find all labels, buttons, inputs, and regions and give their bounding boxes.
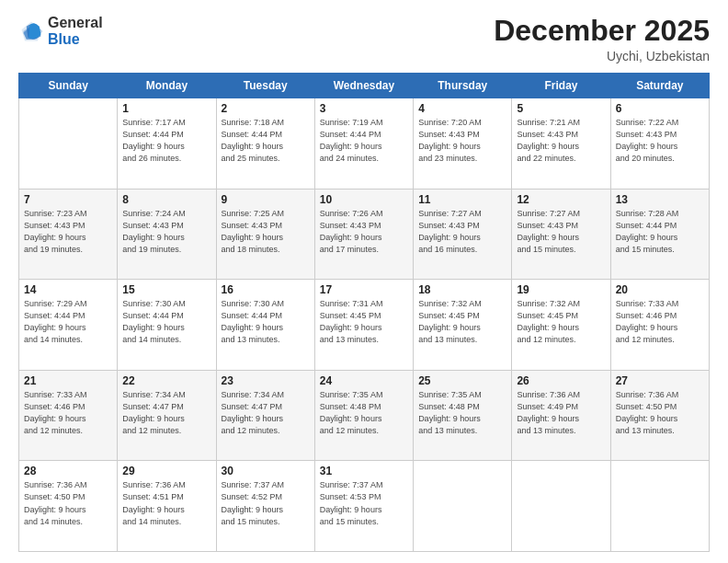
day-info: Sunrise: 7:34 AMSunset: 4:47 PMDaylight:… — [122, 389, 210, 437]
calendar-table: SundayMondayTuesdayWednesdayThursdayFrid… — [18, 73, 710, 552]
page-header: General Blue December 2025 Uychi, Uzbeki… — [18, 15, 710, 63]
day-number: 27 — [616, 374, 704, 387]
calendar-page: General Blue December 2025 Uychi, Uzbeki… — [0, 0, 728, 563]
day-number: 2 — [222, 102, 310, 115]
day-info: Sunrise: 7:18 AMSunset: 4:44 PMDaylight:… — [222, 117, 310, 165]
calendar-cell: 30Sunrise: 7:37 AMSunset: 4:52 PMDayligh… — [216, 461, 314, 552]
calendar-cell: 16Sunrise: 7:30 AMSunset: 4:44 PMDayligh… — [216, 280, 314, 371]
calendar-cell — [512, 461, 610, 552]
day-info: Sunrise: 7:21 AMSunset: 4:43 PMDaylight:… — [517, 117, 605, 165]
day-number: 8 — [122, 193, 210, 206]
calendar-cell: 2Sunrise: 7:18 AMSunset: 4:44 PMDaylight… — [216, 98, 314, 190]
day-number: 4 — [418, 102, 506, 115]
day-number: 3 — [320, 102, 408, 115]
day-info: Sunrise: 7:37 AMSunset: 4:52 PMDaylight:… — [222, 479, 310, 527]
calendar-week-row: 14Sunrise: 7:29 AMSunset: 4:44 PMDayligh… — [19, 280, 710, 371]
weekday-header-saturday: Saturday — [610, 74, 709, 98]
month-title: December 2025 — [494, 15, 710, 47]
calendar-cell: 13Sunrise: 7:28 AMSunset: 4:44 PMDayligh… — [610, 189, 709, 280]
calendar-cell — [414, 461, 512, 552]
weekday-header-thursday: Thursday — [414, 74, 512, 98]
day-info: Sunrise: 7:32 AMSunset: 4:45 PMDaylight:… — [517, 298, 605, 346]
day-info: Sunrise: 7:27 AMSunset: 4:43 PMDaylight:… — [418, 208, 506, 256]
day-info: Sunrise: 7:34 AMSunset: 4:47 PMDaylight:… — [222, 389, 310, 437]
calendar-cell: 5Sunrise: 7:21 AMSunset: 4:43 PMDaylight… — [512, 98, 610, 190]
calendar-cell: 9Sunrise: 7:25 AMSunset: 4:43 PMDaylight… — [216, 189, 314, 280]
calendar-cell — [610, 461, 709, 552]
day-info: Sunrise: 7:32 AMSunset: 4:45 PMDaylight:… — [418, 298, 506, 346]
day-number: 24 — [320, 374, 408, 387]
day-number: 13 — [616, 193, 704, 206]
day-number: 7 — [24, 193, 112, 206]
day-info: Sunrise: 7:36 AMSunset: 4:49 PMDaylight:… — [517, 389, 605, 437]
day-info: Sunrise: 7:36 AMSunset: 4:50 PMDaylight:… — [24, 479, 112, 527]
day-number: 30 — [222, 465, 310, 477]
day-number: 6 — [616, 102, 704, 115]
day-number: 12 — [517, 193, 605, 206]
day-number: 28 — [24, 465, 112, 477]
calendar-cell: 28Sunrise: 7:36 AMSunset: 4:50 PMDayligh… — [19, 461, 118, 552]
calendar-cell: 23Sunrise: 7:34 AMSunset: 4:47 PMDayligh… — [216, 370, 314, 461]
title-section: December 2025 Uychi, Uzbekistan — [494, 15, 710, 63]
calendar-cell: 6Sunrise: 7:22 AMSunset: 4:43 PMDaylight… — [610, 98, 709, 190]
day-info: Sunrise: 7:30 AMSunset: 4:44 PMDaylight:… — [222, 298, 310, 346]
calendar-cell: 14Sunrise: 7:29 AMSunset: 4:44 PMDayligh… — [19, 280, 118, 371]
calendar-cell: 21Sunrise: 7:33 AMSunset: 4:46 PMDayligh… — [19, 370, 118, 461]
calendar-week-row: 21Sunrise: 7:33 AMSunset: 4:46 PMDayligh… — [19, 370, 710, 461]
day-info: Sunrise: 7:24 AMSunset: 4:43 PMDaylight:… — [122, 208, 210, 256]
weekday-header-friday: Friday — [512, 74, 610, 98]
calendar-cell: 11Sunrise: 7:27 AMSunset: 4:43 PMDayligh… — [414, 189, 512, 280]
calendar-cell: 17Sunrise: 7:31 AMSunset: 4:45 PMDayligh… — [314, 280, 413, 371]
calendar-cell: 24Sunrise: 7:35 AMSunset: 4:48 PMDayligh… — [314, 370, 413, 461]
logo-general: General — [48, 15, 103, 31]
day-number: 18 — [418, 283, 506, 296]
day-info: Sunrise: 7:20 AMSunset: 4:43 PMDaylight:… — [418, 117, 506, 165]
day-info: Sunrise: 7:35 AMSunset: 4:48 PMDaylight:… — [320, 389, 408, 437]
day-number: 1 — [122, 102, 210, 115]
calendar-cell: 1Sunrise: 7:17 AMSunset: 4:44 PMDaylight… — [118, 98, 216, 190]
calendar-cell: 19Sunrise: 7:32 AMSunset: 4:45 PMDayligh… — [512, 280, 610, 371]
day-number: 29 — [122, 465, 210, 477]
day-info: Sunrise: 7:36 AMSunset: 4:51 PMDaylight:… — [122, 479, 210, 527]
day-number: 31 — [320, 465, 408, 477]
day-info: Sunrise: 7:36 AMSunset: 4:50 PMDaylight:… — [616, 389, 704, 437]
day-number: 17 — [320, 283, 408, 296]
calendar-cell: 25Sunrise: 7:35 AMSunset: 4:48 PMDayligh… — [414, 370, 512, 461]
day-info: Sunrise: 7:25 AMSunset: 4:43 PMDaylight:… — [222, 208, 310, 256]
calendar-cell: 22Sunrise: 7:34 AMSunset: 4:47 PMDayligh… — [118, 370, 216, 461]
calendar-cell: 31Sunrise: 7:37 AMSunset: 4:53 PMDayligh… — [314, 461, 413, 552]
day-info: Sunrise: 7:31 AMSunset: 4:45 PMDaylight:… — [320, 298, 408, 346]
day-number: 23 — [222, 374, 310, 387]
weekday-header-tuesday: Tuesday — [216, 74, 314, 98]
logo-text: General Blue — [48, 15, 103, 47]
day-number: 25 — [418, 374, 506, 387]
weekday-header-sunday: Sunday — [19, 74, 118, 98]
calendar-week-row: 1Sunrise: 7:17 AMSunset: 4:44 PMDaylight… — [19, 98, 710, 190]
day-number: 26 — [517, 374, 605, 387]
day-number: 9 — [222, 193, 310, 206]
day-number: 11 — [418, 193, 506, 206]
calendar-cell: 26Sunrise: 7:36 AMSunset: 4:49 PMDayligh… — [512, 370, 610, 461]
day-info: Sunrise: 7:33 AMSunset: 4:46 PMDaylight:… — [616, 298, 704, 346]
day-info: Sunrise: 7:29 AMSunset: 4:44 PMDaylight:… — [24, 298, 112, 346]
calendar-cell — [19, 98, 118, 190]
weekday-header-row: SundayMondayTuesdayWednesdayThursdayFrid… — [19, 74, 710, 98]
day-info: Sunrise: 7:22 AMSunset: 4:43 PMDaylight:… — [616, 117, 704, 165]
calendar-week-row: 7Sunrise: 7:23 AMSunset: 4:43 PMDaylight… — [19, 189, 710, 280]
day-number: 19 — [517, 283, 605, 296]
day-number: 14 — [24, 283, 112, 296]
calendar-cell: 4Sunrise: 7:20 AMSunset: 4:43 PMDaylight… — [414, 98, 512, 190]
day-info: Sunrise: 7:28 AMSunset: 4:44 PMDaylight:… — [616, 208, 704, 256]
weekday-header-wednesday: Wednesday — [314, 74, 413, 98]
calendar-cell: 15Sunrise: 7:30 AMSunset: 4:44 PMDayligh… — [118, 280, 216, 371]
logo-icon — [18, 18, 44, 44]
day-info: Sunrise: 7:30 AMSunset: 4:44 PMDaylight:… — [122, 298, 210, 346]
day-info: Sunrise: 7:33 AMSunset: 4:46 PMDaylight:… — [24, 389, 112, 437]
weekday-header-monday: Monday — [118, 74, 216, 98]
location: Uychi, Uzbekistan — [494, 49, 710, 63]
day-number: 10 — [320, 193, 408, 206]
day-number: 21 — [24, 374, 112, 387]
calendar-cell: 3Sunrise: 7:19 AMSunset: 4:44 PMDaylight… — [314, 98, 413, 190]
calendar-cell: 27Sunrise: 7:36 AMSunset: 4:50 PMDayligh… — [610, 370, 709, 461]
day-info: Sunrise: 7:17 AMSunset: 4:44 PMDaylight:… — [122, 117, 210, 165]
